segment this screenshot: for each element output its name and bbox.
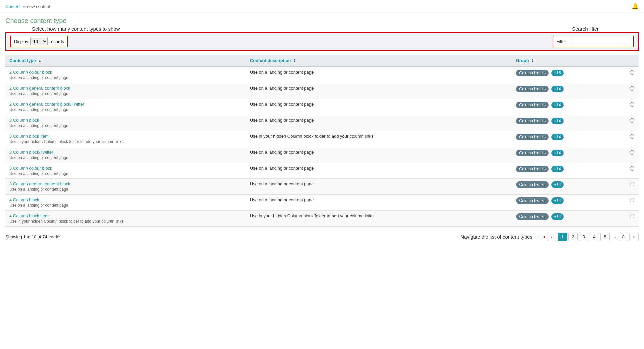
- row-radio-6[interactable]: [630, 166, 634, 171]
- table-row: 3 Column colour block Use on a landing o…: [5, 163, 639, 179]
- page-button-1[interactable]: 1: [558, 233, 567, 241]
- cell-content-type: 2 Column colour block Use on a landing o…: [5, 67, 246, 83]
- footer-bar: Showing 1 to 10 of 74 entries Navigate t…: [5, 229, 639, 242]
- content-type-link[interactable]: 2 Column general content block: [9, 86, 242, 91]
- content-desc-text: Use on a landing or content page: [250, 181, 314, 186]
- content-type-sub: Use on a landing or content page: [9, 171, 242, 176]
- content-type-link[interactable]: 4 Column block: [9, 197, 242, 202]
- content-type-sub: Use in your hidden Column block folder t…: [9, 139, 242, 144]
- page-button-5[interactable]: 5: [600, 233, 610, 241]
- row-radio-7[interactable]: [630, 182, 634, 186]
- content-type-link[interactable]: 3 Column colour block: [9, 166, 242, 171]
- content-breadcrumb-link[interactable]: Content: [5, 4, 21, 9]
- count-badge: +14: [551, 118, 563, 124]
- count-badge: +14: [551, 102, 563, 108]
- pagination-pages: 12345...8: [558, 233, 628, 241]
- row-radio-2[interactable]: [630, 102, 634, 107]
- col-content-description[interactable]: Content description ⇕: [246, 55, 512, 67]
- page-button-2[interactable]: 2: [568, 233, 578, 241]
- table-row: 3 Column general content block Use on a …: [5, 179, 639, 195]
- cell-group: Column blocks +14: [512, 195, 626, 211]
- group-badge: Column blocks: [516, 197, 549, 204]
- group-badge: Column blocks: [516, 150, 549, 156]
- col-group-sort-icon: ⇕: [531, 59, 534, 63]
- group-badge: Column blocks: [516, 86, 549, 92]
- filter-label: Filter:: [557, 39, 568, 44]
- content-type-link[interactable]: 2 Column general content block/Twitter: [9, 102, 242, 107]
- count-badge: +14: [551, 150, 563, 156]
- content-type-sub: Use on a landing or content page: [9, 203, 242, 208]
- row-radio-4[interactable]: [630, 134, 634, 139]
- content-type-link[interactable]: 3 Column block: [9, 118, 242, 123]
- cell-content-type: 2 Column general content block/Twitter U…: [5, 99, 246, 115]
- content-type-link[interactable]: 3 Column block item: [9, 134, 242, 139]
- content-desc-text: Use on a landing or content page: [250, 70, 314, 75]
- choose-content-type-title: Choose content type: [5, 17, 639, 25]
- select-annotation: Select how many content types to show: [32, 26, 120, 32]
- page-next-button[interactable]: ›: [629, 233, 639, 241]
- content-type-link[interactable]: 2 Column colour block: [9, 70, 242, 75]
- table-header: Content type ▲ Content description ⇕ Gro…: [5, 55, 639, 67]
- content-type-link[interactable]: 3 Column general content block: [9, 181, 242, 186]
- row-radio-3[interactable]: [630, 118, 634, 123]
- table-row: 3 Column block item Use in your hidden C…: [5, 131, 639, 147]
- content-type-link[interactable]: 4 Column block item: [9, 213, 242, 218]
- top-bar: Content » new content 🔔: [0, 0, 644, 13]
- cell-radio: [626, 99, 639, 115]
- notification-icon[interactable]: 🔔: [631, 3, 639, 10]
- col-content-description-sort-icon: ⇕: [293, 59, 296, 63]
- group-badge: Column blocks: [516, 213, 549, 220]
- filter-input[interactable]: [570, 38, 630, 45]
- cell-content-type: 3 Column block Use on a landing or conte…: [5, 115, 246, 131]
- page-button-3[interactable]: 3: [579, 233, 588, 241]
- row-radio-9[interactable]: [630, 214, 634, 218]
- row-radio-1[interactable]: [630, 86, 634, 91]
- cell-content-type: 3 Column general content block Use on a …: [5, 179, 246, 195]
- page-prev-button[interactable]: ‹: [547, 233, 556, 241]
- cell-content-type: 3 Column block/Twitter Use on a landing …: [5, 147, 246, 163]
- records-select[interactable]: 10 25 50 100: [30, 38, 48, 45]
- content-type-table: Content type ▲ Content description ⇕ Gro…: [5, 55, 639, 227]
- cell-group: Column blocks +14: [512, 163, 626, 179]
- content-desc-text: Use on a landing or content page: [250, 86, 314, 91]
- cell-content-desc: Use in your hidden Column block folder t…: [246, 131, 512, 147]
- count-badge: +14: [551, 213, 563, 220]
- content-desc-text: Use in your hidden Column block folder t…: [250, 134, 374, 139]
- content-desc-text: Use on a landing or content page: [250, 102, 314, 107]
- page-button-4[interactable]: 4: [590, 233, 599, 241]
- cell-radio: [626, 83, 639, 99]
- records-label: records: [50, 39, 64, 44]
- col-group[interactable]: Group ⇕: [512, 55, 626, 67]
- table-row: 2 Column general content block Use on a …: [5, 83, 639, 99]
- page-button-8[interactable]: 8: [619, 233, 628, 241]
- content-type-sub: Use on a landing or content page: [9, 75, 242, 80]
- cell-content-type: 3 Column colour block Use on a landing o…: [5, 163, 246, 179]
- cell-group: Column blocks +14: [512, 147, 626, 163]
- breadcrumb-new-content: new content: [27, 4, 50, 9]
- content-type-link[interactable]: 3 Column block/Twitter: [9, 150, 242, 155]
- cell-group: Column blocks +14: [512, 179, 626, 195]
- display-section: Display 10 25 50 100 records: [10, 36, 68, 47]
- cell-content-desc: Use on a landing or content page: [246, 179, 512, 195]
- cell-content-desc: Use on a landing or content page: [246, 67, 512, 83]
- table-body: 2 Column colour block Use on a landing o…: [5, 67, 639, 227]
- cell-content-desc: Use on a landing or content page: [246, 147, 512, 163]
- row-radio-5[interactable]: [630, 150, 634, 155]
- table-row: 3 Column block Use on a landing or conte…: [5, 115, 639, 131]
- col-content-type[interactable]: Content type ▲: [5, 55, 246, 67]
- controls-bar: Display 10 25 50 100 records Filter:: [5, 32, 639, 51]
- content-type-sub: Use on a landing or content page: [9, 155, 242, 160]
- content-type-sub: Use on a landing or content page: [9, 123, 242, 128]
- cell-group: Column blocks +14: [512, 115, 626, 131]
- group-badge: Column blocks: [516, 166, 549, 172]
- content-desc-text: Use in your hidden Column block folder t…: [250, 213, 374, 218]
- cell-content-type: 2 Column general content block Use on a …: [5, 83, 246, 99]
- row-radio-8[interactable]: [630, 198, 634, 202]
- row-radio-0[interactable]: [630, 70, 634, 75]
- content-type-sub: Use on a landing or content page: [9, 91, 242, 96]
- cell-group: Column blocks +15: [512, 67, 626, 83]
- cell-radio: [626, 163, 639, 179]
- col-content-description-label: Content description: [250, 58, 291, 63]
- cell-radio: [626, 195, 639, 211]
- pagination-section: Navigate the list of content types ⟶ ‹ 1…: [460, 233, 639, 241]
